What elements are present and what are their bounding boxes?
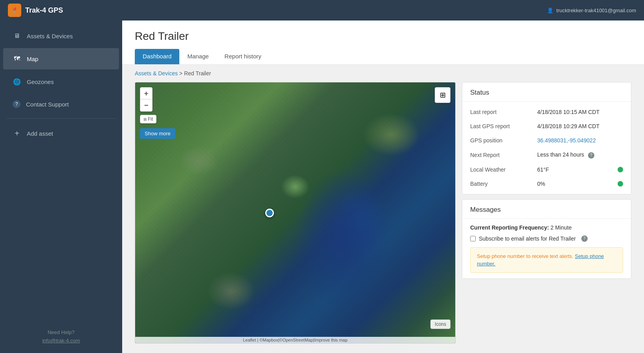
sidebar-item-geozones[interactable]: 🌐 Geozones	[3, 71, 119, 92]
breadcrumb-current: Red Trailer	[184, 70, 211, 77]
breadcrumb: Assets & Devices > Red Trailer	[122, 65, 644, 82]
sidebar-item-label-map: Map	[27, 56, 38, 62]
sidebar-divider	[6, 118, 116, 119]
alert-text: Setup phone number to receive text alert…	[477, 253, 573, 259]
sidebar-item-label-support: Contact Support	[26, 101, 69, 108]
tab-dashboard[interactable]: Dashboard	[135, 49, 179, 64]
fit-icon: ⊞	[143, 117, 147, 121]
status-row-last-report: Last report 4/18/2018 10:15 AM CDT	[462, 105, 631, 119]
sidebar-item-map[interactable]: 🗺 Map	[3, 48, 119, 69]
next-report-help-icon[interactable]: ?	[588, 152, 594, 159]
help-label: Need Help?	[9, 329, 113, 337]
freq-prefix: Current Reporting Frequency:	[470, 224, 549, 231]
sidebar-bottom: Need Help? info@trak-4.com	[0, 321, 122, 353]
breadcrumb-parent[interactable]: Assets & Devices	[135, 70, 178, 77]
map-attribution: Leaflet | ©Mapbox|©OpenStreetMap|Improve…	[135, 337, 455, 343]
subscribe-label: Subscribe to email alerts for Red Traile…	[479, 235, 576, 242]
sidebar: 🖥 Assets & Devices 🗺 Map 🌐 Geozones ? Co…	[0, 21, 122, 353]
breadcrumb-separator: >	[179, 70, 184, 77]
tab-report-history[interactable]: Report history	[217, 49, 269, 64]
status-label-weather: Local Weather	[470, 166, 537, 173]
status-value-last-report: 4/18/2018 10:15 AM CDT	[537, 109, 623, 115]
map-icon: 🗺	[13, 54, 21, 63]
status-label-gps-position: GPS position	[470, 137, 537, 144]
status-value-gps-position[interactable]: 36.4988031,-95.049022	[537, 137, 623, 144]
fit-label: Fit	[148, 116, 153, 122]
sidebar-item-label-assets: Assets & Devices	[27, 33, 73, 39]
freq-value: 2 Minute	[551, 224, 572, 231]
help-email[interactable]: info@trak-4.com	[42, 338, 80, 344]
pin-marker	[265, 209, 274, 217]
layout: 🖥 Assets & Devices 🗺 Map 🌐 Geozones ? Co…	[0, 21, 644, 353]
brand-name: Trak-4 GPS	[25, 6, 63, 15]
sidebar-item-assets-devices[interactable]: 🖥 Assets & Devices	[3, 25, 119, 47]
tab-manage[interactable]: Manage	[179, 49, 216, 64]
map-layers-button[interactable]: ⊞	[435, 87, 450, 103]
sidebar-item-contact-support[interactable]: ? Contact Support	[3, 94, 119, 114]
status-label-next-report: Next Report	[470, 152, 537, 158]
status-label-battery: Battery	[470, 181, 537, 187]
battery-indicator	[618, 181, 623, 187]
sidebar-item-label-add: Add asset	[27, 130, 53, 137]
right-panels: Status Last report 4/18/2018 10:15 AM CD…	[462, 82, 631, 344]
topbar: 📍 Trak-4 GPS 👤 trucktrekker-trak41001@gm…	[0, 0, 644, 21]
messages-header: Messages	[462, 200, 631, 219]
status-row-weather: Local Weather 61°F	[462, 162, 631, 177]
map-icons-button[interactable]: Icons	[430, 319, 450, 329]
alert-box: Setup phone number to receive text alert…	[470, 247, 623, 273]
main-content: Red Trailer Dashboard Manage Report hist…	[122, 21, 644, 353]
status-value-battery: 0%	[537, 181, 614, 187]
user-email: trucktrekker-trak41001@gmail.com	[557, 7, 636, 13]
content-area: Assets & Devices > Red Trailer + − ⊞	[122, 65, 644, 353]
status-table: Last report 4/18/2018 10:15 AM CDT Last …	[462, 102, 631, 194]
status-label-last-report: Last report	[470, 109, 537, 115]
next-report-text: Less than 24 hours	[537, 151, 584, 158]
fit-button[interactable]: ⊞ Fit	[140, 115, 156, 123]
status-panel: Status Last report 4/18/2018 10:15 AM CD…	[462, 82, 631, 194]
sidebar-item-add-asset[interactable]: + Add asset	[3, 123, 119, 144]
page-title: Red Trailer	[135, 30, 631, 43]
subscribe-help-icon[interactable]: ?	[581, 235, 588, 242]
status-header: Status	[462, 82, 631, 102]
brand: 📍 Trak-4 GPS	[8, 4, 63, 17]
status-row-next-report: Next Report Less than 24 hours ?	[462, 148, 631, 162]
brand-icon: 📍	[8, 4, 21, 17]
subscribe-row: Subscribe to email alerts for Red Traile…	[470, 235, 623, 242]
map-zoom-controls: + −	[140, 87, 153, 112]
page-header: Red Trailer Dashboard Manage Report hist…	[122, 21, 644, 65]
messages-content: Current Reporting Frequency: 2 Minute Su…	[462, 219, 631, 278]
map-pin	[265, 209, 274, 217]
sidebar-item-label-geozones: Geozones	[27, 78, 54, 85]
zoom-in-button[interactable]: +	[140, 88, 152, 99]
zoom-out-button[interactable]: −	[140, 99, 152, 111]
status-label-last-gps: Last GPS report	[470, 123, 537, 129]
map-background	[135, 82, 455, 343]
contact-support-icon: ?	[13, 100, 20, 108]
map-panels-row: + − ⊞ Fit Show more ⊞	[122, 82, 644, 353]
messages-panel: Messages Current Reporting Frequency: 2 …	[462, 199, 631, 279]
weather-indicator	[618, 167, 623, 172]
geozones-icon: 🌐	[13, 77, 21, 86]
user-info: 👤 trucktrekker-trak41001@gmail.com	[547, 7, 636, 13]
subscribe-checkbox[interactable]	[470, 236, 476, 241]
map-container[interactable]: + − ⊞ Fit Show more ⊞	[135, 82, 456, 344]
status-value-next-report: Less than 24 hours ?	[537, 151, 623, 159]
status-value-last-gps: 4/18/2018 10:29 AM CDT	[537, 123, 623, 129]
status-value-weather: 61°F	[537, 166, 614, 173]
add-asset-icon: +	[13, 129, 21, 138]
current-frequency: Current Reporting Frequency: 2 Minute	[470, 224, 623, 231]
user-icon: 👤	[547, 7, 553, 13]
assets-devices-icon: 🖥	[13, 32, 21, 40]
status-row-gps-position: GPS position 36.4988031,-95.049022	[462, 133, 631, 148]
show-more-button[interactable]: Show more	[140, 128, 175, 139]
layers-icon: ⊞	[440, 91, 446, 99]
status-row-battery: Battery 0%	[462, 177, 631, 191]
status-row-last-gps: Last GPS report 4/18/2018 10:29 AM CDT	[462, 119, 631, 133]
page-tabs: Dashboard Manage Report history	[135, 49, 631, 64]
